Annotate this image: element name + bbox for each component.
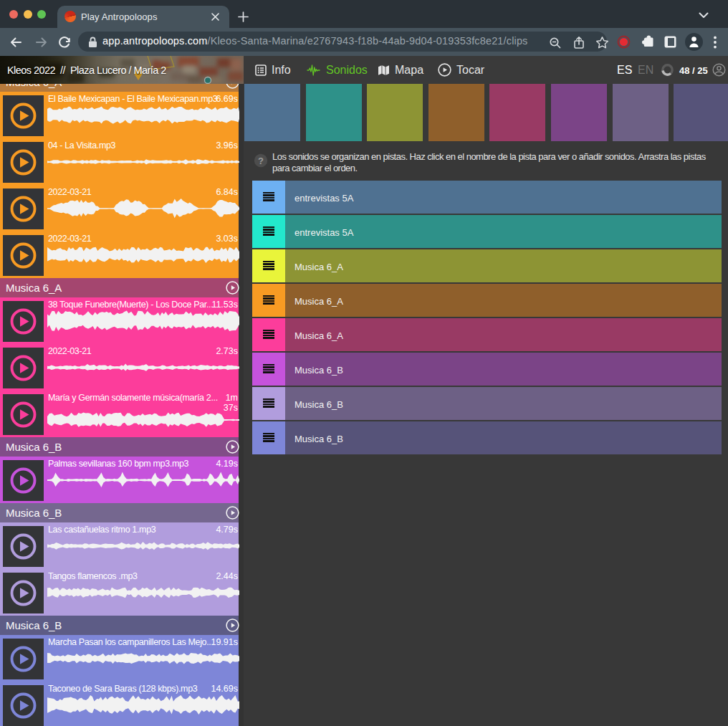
svg-text:?: ? [258,156,264,166]
